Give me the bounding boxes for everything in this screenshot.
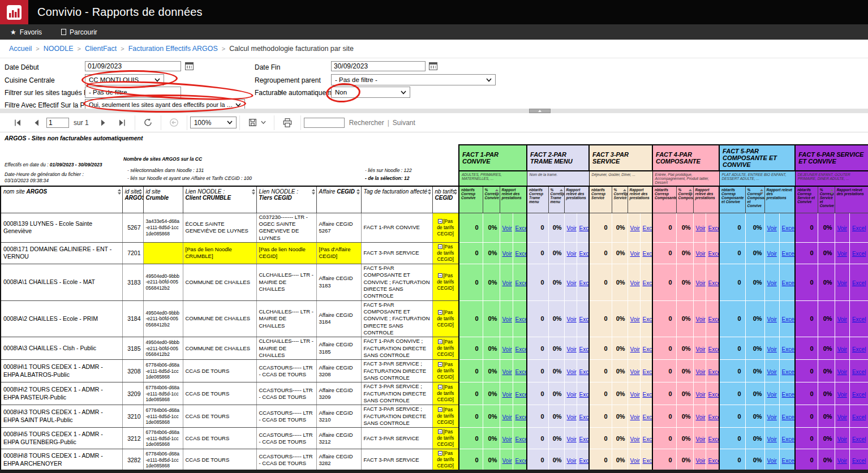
excel-link[interactable]: Excel: [515, 436, 527, 442]
column-header[interactable]: Tag de facturation affecté: [361, 186, 432, 213]
expand-icon[interactable]: [438, 429, 442, 434]
excel-link[interactable]: Excel: [643, 280, 653, 286]
voir-link[interactable]: Voir: [837, 392, 847, 398]
excel-link[interactable]: Excel: [852, 251, 866, 257]
excel-link[interactable]: Excel: [643, 346, 653, 352]
sort-icon[interactable]: [139, 189, 142, 195]
breadcrumb-link[interactable]: ClientFact: [85, 45, 117, 53]
excel-link[interactable]: Excel: [515, 316, 527, 322]
breadcrumb-link[interactable]: Facturation Effectifs ARGOS: [128, 45, 218, 53]
search-input[interactable]: [304, 118, 345, 128]
voir-link[interactable]: Voir: [837, 458, 847, 464]
voir-link[interactable]: Voir: [502, 316, 512, 322]
excel-link[interactable]: Excel: [643, 251, 653, 257]
voir-link[interactable]: Voir: [502, 414, 512, 420]
voir-link[interactable]: Voir: [696, 280, 706, 286]
voir-link[interactable]: Voir: [567, 251, 577, 257]
breadcrumb-link[interactable]: NOODLE: [44, 45, 74, 53]
voir-link[interactable]: Voir: [696, 316, 706, 322]
expand-icon[interactable]: [438, 385, 442, 389]
sort-icon[interactable]: [689, 189, 692, 195]
column-header-pct[interactable]: % Corresp Service et Convive: [818, 186, 835, 213]
refresh-button[interactable]: [138, 113, 158, 132]
excel-link[interactable]: Excel: [708, 392, 720, 398]
excel-link[interactable]: Excel: [515, 369, 527, 375]
excel-link[interactable]: Excel: [579, 458, 590, 464]
excel-link[interactable]: Excel: [579, 280, 590, 286]
voir-link[interactable]: Voir: [630, 280, 640, 286]
excel-link[interactable]: Excel: [782, 369, 796, 375]
facturable-auto-select[interactable]: Non: [331, 87, 410, 98]
excel-link[interactable]: Excel: [643, 436, 653, 442]
date-debut-input[interactable]: [85, 61, 181, 71]
sort-icon[interactable]: [760, 189, 763, 195]
voir-link[interactable]: Voir: [837, 316, 847, 322]
calendar-icon[interactable]: [429, 62, 437, 70]
cuisine-centrale-select[interactable]: CC MONTLOUIS: [85, 74, 164, 85]
excel-link[interactable]: Excel: [515, 251, 527, 257]
sort-icon[interactable]: [118, 189, 121, 195]
excel-link[interactable]: Excel: [782, 316, 796, 322]
voir-link[interactable]: Voir: [767, 369, 777, 375]
column-header-pct[interactable]: % Corresp Trame menu: [548, 186, 564, 213]
voir-link[interactable]: Voir: [837, 369, 847, 375]
excel-link[interactable]: Excel: [782, 346, 796, 352]
voir-link[interactable]: Voir: [502, 369, 512, 375]
voir-link[interactable]: Voir: [837, 225, 847, 231]
excel-link[interactable]: Excel: [708, 316, 720, 322]
next-page-button[interactable]: [93, 113, 113, 132]
excel-link[interactable]: Excel: [515, 414, 527, 420]
voir-link[interactable]: Voir: [502, 225, 512, 231]
voir-link[interactable]: Voir: [767, 251, 777, 257]
export-button[interactable]: [243, 113, 271, 132]
column-header-pct[interactable]: % Corresp Service: [612, 186, 628, 213]
column-header-pct[interactable]: % Corresp Composante et Convive: [745, 186, 764, 213]
voir-link[interactable]: Voir: [837, 436, 847, 442]
menu-parcourir[interactable]: Parcourir: [61, 28, 97, 36]
voir-link[interactable]: Voir: [630, 346, 640, 352]
voir-link[interactable]: Voir: [630, 251, 640, 257]
zoom-select[interactable]: 100%: [190, 117, 237, 128]
voir-link[interactable]: Voir: [567, 458, 577, 464]
voir-link[interactable]: Voir: [502, 346, 512, 352]
voir-link[interactable]: Voir: [567, 414, 577, 420]
excel-link[interactable]: Excel: [782, 280, 796, 286]
voir-link[interactable]: Voir: [502, 436, 512, 442]
voir-link[interactable]: Voir: [837, 414, 847, 420]
excel-link[interactable]: Excel: [579, 369, 590, 375]
excel-link[interactable]: Excel: [515, 225, 527, 231]
voir-link[interactable]: Voir: [630, 436, 640, 442]
excel-link[interactable]: Excel: [708, 225, 720, 231]
excel-link[interactable]: Excel: [643, 458, 653, 464]
sort-icon[interactable]: [560, 189, 563, 195]
expand-icon[interactable]: [438, 244, 442, 249]
excel-link[interactable]: Excel: [579, 436, 590, 442]
excel-link[interactable]: Excel: [782, 392, 796, 398]
voir-link[interactable]: Voir: [767, 392, 777, 398]
excel-link[interactable]: Excel: [782, 436, 796, 442]
voir-link[interactable]: Voir: [696, 436, 706, 442]
sort-icon[interactable]: [428, 189, 431, 195]
excel-link[interactable]: Excel: [515, 346, 527, 352]
expand-icon[interactable]: [438, 273, 442, 278]
excel-link[interactable]: Excel: [579, 414, 590, 420]
voir-link[interactable]: Voir: [696, 392, 706, 398]
voir-link[interactable]: Voir: [567, 280, 577, 286]
column-header[interactable]: Lien NOODLE :Client CRUMBLE: [183, 186, 256, 213]
excel-link[interactable]: Excel: [852, 392, 866, 398]
voir-link[interactable]: Voir: [502, 458, 512, 464]
suivant-link[interactable]: Suivant: [393, 119, 415, 127]
expand-icon[interactable]: [438, 339, 442, 344]
voir-link[interactable]: Voir: [630, 316, 640, 322]
voir-link[interactable]: Voir: [502, 251, 512, 257]
excel-link[interactable]: Excel: [782, 225, 796, 231]
column-header[interactable]: Affaire CEGID: [316, 186, 361, 213]
voir-link[interactable]: Voir: [696, 225, 706, 231]
menu-favoris[interactable]: ★ Favoris: [10, 28, 42, 36]
excel-link[interactable]: Excel: [782, 458, 796, 464]
excel-link[interactable]: Excel: [708, 369, 720, 375]
back-to-parent-button[interactable]: [164, 113, 184, 132]
voir-link[interactable]: Voir: [567, 346, 577, 352]
voir-link[interactable]: Voir: [567, 392, 577, 398]
voir-link[interactable]: Voir: [696, 414, 706, 420]
